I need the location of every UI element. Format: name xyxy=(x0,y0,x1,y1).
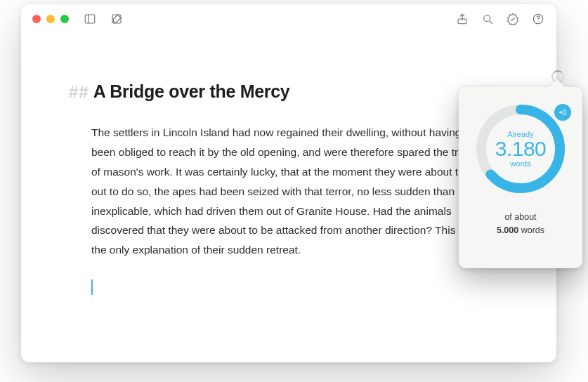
writing-goal-popover: Already 3.180 words of about 5.000 words xyxy=(459,87,582,268)
document-body[interactable]: The settlers in Lincoln Island had now r… xyxy=(91,123,486,260)
share-icon[interactable] xyxy=(455,12,469,26)
text-cursor xyxy=(91,279,93,295)
minimize-window-button[interactable] xyxy=(46,15,55,23)
window-controls xyxy=(32,15,69,23)
goal-of-about-label: of about xyxy=(504,212,536,222)
markdown-heading-marker: ## xyxy=(69,82,89,102)
share-goal-button[interactable] xyxy=(554,104,571,121)
svg-point-4 xyxy=(484,15,490,22)
svg-point-7 xyxy=(538,21,539,22)
sidebar-toggle-icon[interactable] xyxy=(83,12,97,26)
svg-rect-0 xyxy=(85,15,95,23)
svg-line-5 xyxy=(490,21,492,24)
word-count-unit: words xyxy=(510,159,530,168)
zoom-window-button[interactable] xyxy=(60,15,69,23)
document-title[interactable]: A Bridge over the Mercy xyxy=(93,81,290,102)
svg-rect-9 xyxy=(563,110,566,115)
goal-target-text: of about 5.000 words xyxy=(497,211,544,237)
help-icon[interactable] xyxy=(531,12,545,26)
goal-target-value: 5.000 xyxy=(497,225,518,235)
word-count-value: 3.180 xyxy=(495,137,547,161)
goal-target-unit: words xyxy=(521,225,544,235)
goal-badge-icon[interactable] xyxy=(506,12,520,26)
compose-icon[interactable] xyxy=(110,12,124,26)
heading-row: ## A Bridge over the Mercy xyxy=(91,81,486,102)
close-window-button[interactable] xyxy=(32,15,41,23)
titlebar xyxy=(21,4,556,34)
search-icon[interactable] xyxy=(481,12,495,26)
progress-ring: Already 3.180 words xyxy=(471,100,570,198)
